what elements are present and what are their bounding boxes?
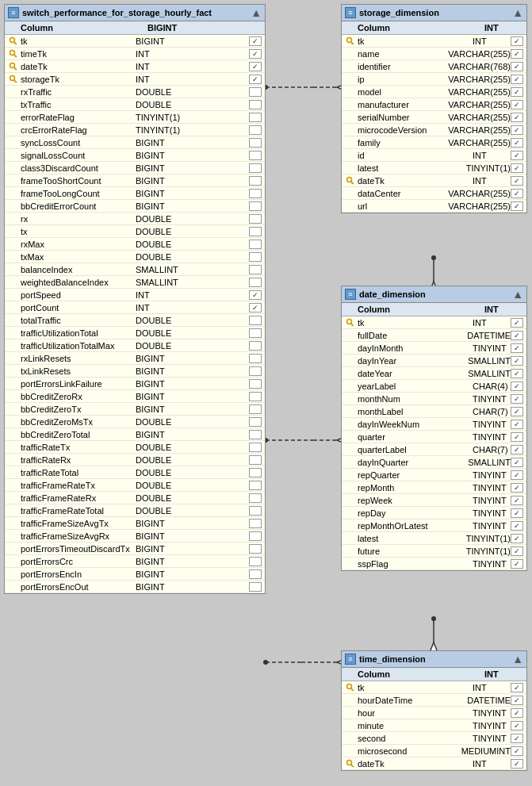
- col-check-cell[interactable]: [511, 734, 523, 743]
- col-check-cell[interactable]: [249, 240, 262, 249]
- col-check-cell[interactable]: [511, 696, 523, 705]
- col-check-cell[interactable]: [249, 227, 262, 236]
- col-check-cell[interactable]: [511, 189, 523, 198]
- col-check-cell[interactable]: [249, 189, 262, 198]
- col-check-cell[interactable]: [511, 176, 523, 186]
- col-check-cell[interactable]: [249, 468, 262, 477]
- col-type-cell: VARCHAR(255): [448, 113, 511, 122]
- col-check-cell[interactable]: [511, 683, 523, 692]
- col-check-cell[interactable]: [249, 201, 262, 211]
- col-check-cell[interactable]: [511, 483, 523, 493]
- col-check-cell[interactable]: [511, 759, 523, 769]
- col-check-cell[interactable]: [511, 87, 523, 97]
- col-check-cell[interactable]: [249, 366, 262, 376]
- col-check-cell[interactable]: [249, 290, 262, 300]
- col-check-cell[interactable]: [249, 163, 262, 173]
- col-check-cell[interactable]: [249, 430, 262, 439]
- time-dim-table: ≡ time_dimension ▲ Column INT tkINThourD…: [341, 650, 527, 771]
- col-check-cell[interactable]: [249, 87, 262, 97]
- col-check-cell[interactable]: [511, 125, 523, 135]
- col-type-cell: INT: [473, 176, 511, 186]
- col-check-cell[interactable]: [249, 214, 262, 224]
- col-check-cell[interactable]: [249, 392, 262, 401]
- date-expand-icon[interactable]: ▲: [512, 288, 523, 301]
- col-check-cell[interactable]: [249, 113, 262, 122]
- col-check-cell[interactable]: [249, 125, 262, 135]
- col-check-cell[interactable]: [511, 458, 523, 467]
- col-check-cell[interactable]: [511, 331, 523, 340]
- col-type-cell: INT: [473, 36, 511, 46]
- col-check-cell[interactable]: [249, 36, 262, 46]
- col-check-cell[interactable]: [249, 151, 262, 160]
- col-check-cell[interactable]: [511, 708, 523, 718]
- col-check-cell[interactable]: [511, 445, 523, 454]
- col-check-cell[interactable]: [511, 75, 523, 84]
- col-name-cell: monthLabel: [358, 407, 473, 416]
- col-check-cell[interactable]: [511, 113, 523, 122]
- col-check-cell[interactable]: [249, 354, 262, 363]
- col-name-cell: txMax: [21, 252, 136, 262]
- col-check-cell[interactable]: [511, 381, 523, 391]
- col-name-cell: repMonthOrLatest: [358, 521, 473, 531]
- col-check-cell[interactable]: [249, 252, 262, 262]
- col-check-cell[interactable]: [249, 443, 262, 452]
- col-check-cell[interactable]: [249, 62, 262, 71]
- col-check-cell[interactable]: [249, 405, 262, 414]
- col-type-cell: INT: [473, 759, 511, 769]
- col-check-cell[interactable]: [249, 341, 262, 351]
- col-check-cell[interactable]: [249, 328, 262, 338]
- table-row: yearLabelCHAR(4): [342, 380, 526, 393]
- col-check-cell[interactable]: [511, 470, 523, 480]
- col-check-cell[interactable]: [511, 432, 523, 442]
- col-check-cell[interactable]: [511, 138, 523, 148]
- col-check-cell[interactable]: [511, 534, 523, 543]
- col-check-cell[interactable]: [511, 521, 523, 531]
- col-check-cell[interactable]: [511, 508, 523, 518]
- col-check-cell[interactable]: [511, 151, 523, 160]
- col-check-cell[interactable]: [511, 62, 523, 71]
- col-check-cell[interactable]: [511, 356, 523, 366]
- col-check-cell[interactable]: [249, 506, 262, 516]
- col-check-cell[interactable]: [249, 531, 262, 541]
- col-check-cell[interactable]: [249, 100, 262, 109]
- col-check-cell[interactable]: [249, 379, 262, 389]
- col-check-cell[interactable]: [511, 407, 523, 416]
- col-check-cell[interactable]: [511, 369, 523, 378]
- col-check-cell[interactable]: [249, 481, 262, 490]
- col-check-cell[interactable]: [249, 176, 262, 186]
- col-check-cell[interactable]: [249, 316, 262, 325]
- col-check-cell[interactable]: [249, 417, 262, 427]
- col-check-cell[interactable]: [249, 278, 262, 287]
- storage-table-header: ≡ storage_dimension ▲: [342, 5, 526, 21]
- col-check-cell[interactable]: [249, 557, 262, 566]
- col-check-cell[interactable]: [511, 49, 523, 59]
- col-check-cell[interactable]: [511, 100, 523, 109]
- col-check-cell[interactable]: [249, 519, 262, 528]
- col-type-cell: TINYINT: [473, 721, 511, 730]
- col-check-cell[interactable]: [249, 75, 262, 84]
- col-check-cell[interactable]: [511, 163, 523, 173]
- col-check-cell[interactable]: [249, 582, 262, 592]
- col-check-cell[interactable]: [511, 559, 523, 569]
- col-check-cell[interactable]: [249, 49, 262, 59]
- col-check-cell[interactable]: [511, 36, 523, 46]
- col-check-cell[interactable]: [511, 201, 523, 211]
- time-expand-icon[interactable]: ▲: [512, 653, 523, 665]
- col-check-cell[interactable]: [249, 265, 262, 274]
- col-check-cell[interactable]: [511, 721, 523, 730]
- fact-table-expand-icon[interactable]: ▲: [251, 6, 262, 19]
- col-check-cell[interactable]: [511, 394, 523, 404]
- col-check-cell[interactable]: [249, 303, 262, 312]
- col-check-cell[interactable]: [249, 493, 262, 503]
- col-check-cell[interactable]: [249, 138, 262, 148]
- storage-expand-icon[interactable]: ▲: [512, 6, 523, 19]
- col-check-cell[interactable]: [249, 455, 262, 465]
- col-check-cell[interactable]: [249, 569, 262, 579]
- col-check-cell[interactable]: [249, 544, 262, 554]
- col-check-cell[interactable]: [511, 546, 523, 556]
- col-check-cell[interactable]: [511, 420, 523, 429]
- col-check-cell[interactable]: [511, 496, 523, 505]
- col-check-cell[interactable]: [511, 343, 523, 353]
- col-check-cell[interactable]: [511, 318, 523, 328]
- col-check-cell[interactable]: [511, 746, 523, 756]
